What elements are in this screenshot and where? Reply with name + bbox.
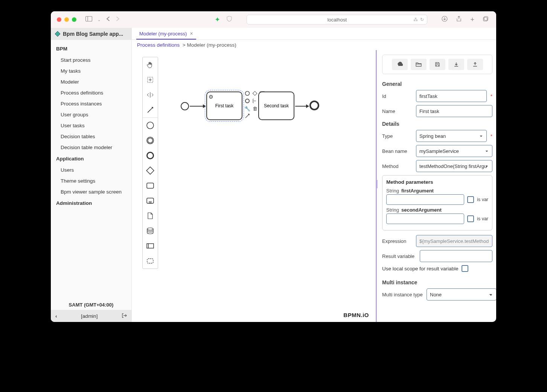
- svg-rect-0: [86, 17, 92, 21]
- svg-rect-26: [253, 91, 257, 95]
- palette-subprocess[interactable]: [143, 193, 158, 208]
- nav-item-start-process[interactable]: Start process: [51, 55, 131, 66]
- tabs-overview-icon[interactable]: [481, 14, 490, 25]
- palette-space-tool[interactable]: [143, 87, 158, 102]
- sidebar-toggle-icon[interactable]: [84, 15, 94, 24]
- dropdown-chevron-icon[interactable]: ⌄: [96, 16, 102, 23]
- pad-append-gateway-icon[interactable]: [251, 90, 258, 97]
- nav-back-button[interactable]: [104, 15, 112, 24]
- param1-isvar-checkbox[interactable]: [467, 196, 474, 203]
- nav-forward-button[interactable]: [114, 15, 122, 24]
- download-button[interactable]: [448, 59, 464, 70]
- modeler-action-bar: [382, 55, 492, 74]
- nav-item-bpm-viewer-sample[interactable]: Bpm viewer sample screen: [51, 186, 131, 197]
- nav-item-decision-tables[interactable]: Decision tables: [51, 131, 131, 142]
- svg-point-13: [148, 138, 153, 143]
- pad-append-event-icon[interactable]: [244, 90, 251, 97]
- pad-append-end-event-icon[interactable]: [244, 98, 251, 104]
- nav-item-decision-table-modeler[interactable]: Decision table modeler: [51, 142, 131, 153]
- svg-rect-22: [147, 244, 154, 248]
- start-event-node[interactable]: [181, 102, 189, 110]
- nav-item-process-definitions[interactable]: Process definitions: [51, 87, 131, 98]
- palette-hand-tool[interactable]: [143, 57, 158, 72]
- pad-connect-icon[interactable]: [244, 113, 251, 119]
- section-multi-instance: Multi instance: [382, 279, 492, 285]
- save-button[interactable]: [430, 59, 445, 70]
- nav-item-user-tasks[interactable]: User tasks: [51, 120, 131, 131]
- nav-item-process-instances[interactable]: Process instances: [51, 98, 131, 109]
- close-window-button[interactable]: [57, 17, 61, 22]
- palette-end-event[interactable]: [143, 148, 158, 163]
- param2-input[interactable]: [386, 214, 464, 224]
- pad-annotation-icon[interactable]: [251, 98, 258, 104]
- input-result-variable[interactable]: [420, 250, 492, 262]
- label-id: Id: [382, 93, 413, 99]
- tab-close-icon[interactable]: ×: [190, 31, 193, 37]
- evernote-extension-icon[interactable]: ✦: [213, 14, 222, 25]
- workspace: ⚙ First task ✎: [132, 50, 496, 322]
- nav-item-theme-settings[interactable]: Theme settings: [51, 175, 131, 186]
- app-logo-icon: [55, 31, 61, 37]
- pad-delete-icon[interactable]: 🗑: [251, 105, 258, 112]
- task-second-task[interactable]: Second task: [258, 92, 294, 120]
- palette-connect-tool[interactable]: [143, 102, 158, 117]
- translate-icon[interactable]: ⁂: [413, 17, 418, 22]
- method-parameters-box: Method parameters String firstArgument i…: [382, 175, 492, 230]
- palette-lasso-tool[interactable]: [143, 72, 158, 87]
- address-bar[interactable]: localhost ⁂ ↻: [247, 15, 427, 24]
- label-expression: Expression: [382, 238, 413, 244]
- share-icon[interactable]: [454, 14, 463, 25]
- pad-wrench-icon[interactable]: 🔧: [244, 105, 251, 112]
- nav-item-user-groups[interactable]: User groups: [51, 109, 131, 120]
- breadcrumb: Process definitions > Modeler (my-proces…: [132, 40, 496, 50]
- palette-data-object[interactable]: [143, 208, 158, 223]
- reload-icon[interactable]: ↻: [420, 17, 424, 22]
- address-text: localhost: [328, 17, 347, 23]
- palette-group[interactable]: [143, 253, 158, 268]
- svg-point-14: [147, 153, 154, 159]
- tab-modeler[interactable]: Modeler (my-process) ×: [136, 28, 196, 40]
- minimize-window-button[interactable]: [64, 17, 69, 22]
- breadcrumb-current: Modeler (my-process): [187, 42, 236, 48]
- param1-isvar-label: is var: [477, 197, 488, 202]
- task-first-task[interactable]: ⚙ First task: [206, 92, 242, 120]
- palette-gateway[interactable]: [143, 163, 158, 178]
- nav-item-my-tasks[interactable]: My tasks: [51, 66, 131, 76]
- flow-1[interactable]: [190, 106, 206, 107]
- nav-item-users[interactable]: Users: [51, 165, 131, 175]
- nav-menu: BPM Start process My tasks Modeler Proce…: [51, 40, 131, 300]
- label-local-scope: Use local scope for result variable: [382, 266, 459, 272]
- svg-rect-16: [147, 183, 154, 188]
- palette-data-store[interactable]: [143, 223, 158, 238]
- open-button[interactable]: [411, 59, 427, 70]
- label-result-variable: Result variable: [382, 253, 417, 259]
- select-multi-instance-type[interactable]: [427, 288, 496, 300]
- input-name[interactable]: [416, 105, 492, 117]
- logout-icon[interactable]: [122, 313, 127, 319]
- nav-item-modeler[interactable]: Modeler: [51, 76, 131, 87]
- maximize-window-button[interactable]: [72, 17, 76, 22]
- input-id[interactable]: [416, 90, 487, 102]
- param1-input[interactable]: [386, 194, 464, 205]
- select-method[interactable]: [416, 160, 492, 172]
- breadcrumb-root[interactable]: Process definitions: [137, 42, 180, 48]
- select-bean-name[interactable]: [416, 145, 492, 157]
- palette-start-event[interactable]: [143, 118, 158, 133]
- param2-isvar-checkbox[interactable]: [467, 215, 474, 222]
- shield-icon[interactable]: [225, 14, 234, 25]
- properties-collapse-toggle[interactable]: ›: [376, 180, 378, 188]
- palette-intermediate-event[interactable]: [143, 133, 158, 148]
- select-type[interactable]: [416, 130, 487, 142]
- palette-task[interactable]: [143, 178, 158, 193]
- deploy-button[interactable]: [392, 59, 408, 70]
- flow-3[interactable]: [295, 106, 309, 107]
- palette-participant[interactable]: [143, 238, 158, 253]
- task-label: Second task: [264, 103, 289, 108]
- modeler-canvas[interactable]: ⚙ First task ✎: [132, 50, 376, 322]
- downloads-icon[interactable]: [440, 14, 449, 25]
- new-tab-icon[interactable]: +: [469, 14, 476, 25]
- end-event-node[interactable]: [309, 101, 319, 110]
- checkbox-local-scope[interactable]: [462, 265, 468, 272]
- svg-point-21: [147, 228, 153, 230]
- upload-button[interactable]: [467, 59, 483, 70]
